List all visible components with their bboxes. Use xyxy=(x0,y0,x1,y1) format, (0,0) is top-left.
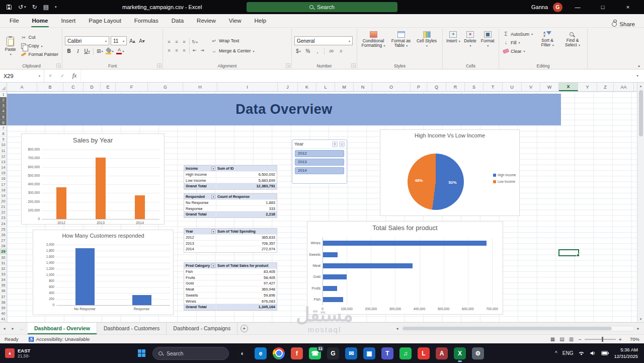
ribbon-tab-view[interactable]: View xyxy=(222,15,248,27)
row-header-1[interactable]: 1 xyxy=(0,92,7,97)
row-header-23[interactable]: 23 xyxy=(0,215,7,221)
font-dialog-launcher-icon[interactable]: ↘ xyxy=(157,63,162,68)
fill-button[interactable]: ↓Fill▾ xyxy=(502,38,534,47)
save-icon[interactable] xyxy=(6,4,12,10)
column-header-e[interactable]: E xyxy=(101,83,116,91)
row-header-19[interactable]: 19 xyxy=(0,193,7,198)
bar-gold[interactable] xyxy=(323,274,347,279)
minimize-button[interactable]: — xyxy=(568,0,588,14)
customize-quick-access-icon[interactable]: ▾ xyxy=(55,5,57,9)
clock[interactable]: 5:36 AM 12/31/2025 xyxy=(614,347,638,359)
zoom-level[interactable]: 70% xyxy=(626,336,639,342)
sheet-grid[interactable]: Data Overview Sales by Year800,000700,00… xyxy=(7,92,637,322)
row-header-28[interactable]: 28 xyxy=(0,243,7,249)
align-center-icon[interactable]: ≡ xyxy=(173,48,180,53)
row-header-21[interactable]: 21 xyxy=(0,204,7,209)
column-header-t[interactable]: T xyxy=(484,83,503,91)
ribbon-tab-home[interactable]: Home xyxy=(26,15,55,27)
orientation-icon[interactable]: ↻▾ xyxy=(191,39,198,44)
row-header-8[interactable]: 8 xyxy=(0,131,7,136)
column-header-h[interactable]: H xyxy=(183,83,217,91)
bar-sweets[interactable] xyxy=(323,252,338,257)
align-bottom-icon[interactable]: ≡ xyxy=(181,39,188,44)
align-left-icon[interactable]: ≡ xyxy=(166,48,173,53)
chart-total-sales-for-product[interactable]: Total Sales for product0100,000200,00030… xyxy=(307,221,503,315)
start-button[interactable] xyxy=(135,347,148,360)
row-header-30[interactable]: 30 xyxy=(0,255,7,260)
column-header-d[interactable]: D xyxy=(84,83,101,91)
align-right-icon[interactable]: ≡ xyxy=(181,48,188,53)
column-header-z[interactable]: Z xyxy=(597,83,614,91)
cancel-icon[interactable]: × xyxy=(44,73,56,79)
cell-styles-button[interactable]: Cell Styles ▾ xyxy=(415,30,438,48)
row-header-6[interactable]: 6 xyxy=(0,120,7,125)
wrap-text-button[interactable]: ↵Wrap Text xyxy=(210,37,240,45)
pivot-product-sales[interactable]: Prod Category▾Sum of Total Sales for pro… xyxy=(184,262,277,311)
row-header-12[interactable]: 12 xyxy=(0,154,7,159)
copy-button[interactable]: Copy▾ xyxy=(19,42,59,50)
row-header-35[interactable]: 35 xyxy=(0,282,7,288)
user-name[interactable]: Ganna xyxy=(531,4,548,10)
select-all-corner[interactable] xyxy=(0,83,7,92)
decrease-indent-icon[interactable]: ⇤ xyxy=(191,48,198,53)
scroll-right-icon[interactable]: ▸ xyxy=(634,326,642,331)
column-header-f[interactable]: F xyxy=(116,83,148,91)
fill-color-button[interactable]: ▾ xyxy=(105,47,114,55)
row-header-20[interactable]: 20 xyxy=(0,198,7,204)
zoom-out-icon[interactable]: − xyxy=(578,336,581,342)
edge-icon[interactable]: e xyxy=(255,347,267,359)
scroll-up-icon[interactable]: ▴ xyxy=(640,83,642,89)
underline-button[interactable]: U▾ xyxy=(83,47,91,55)
copilot-icon[interactable]: ◐ xyxy=(236,347,249,359)
office-icon[interactable]: ▦ xyxy=(363,347,375,359)
teams-icon[interactable]: T xyxy=(381,347,393,359)
selected-cell[interactable] xyxy=(558,249,579,256)
pivot-responded[interactable]: Responded▾Count of ResponseNo Response1,… xyxy=(184,193,277,218)
column-header-k[interactable]: K xyxy=(298,83,316,91)
row-header-36[interactable]: 36 xyxy=(0,288,7,294)
enter-icon[interactable]: ✓ xyxy=(56,73,68,79)
font-size-select[interactable]: 11▾ xyxy=(111,36,127,45)
slicer-item-2014[interactable]: 2014 xyxy=(295,167,344,174)
zoom-in-icon[interactable]: + xyxy=(619,336,622,342)
page-layout-view-icon[interactable]: ▤ xyxy=(559,336,564,342)
format-as-table-button[interactable]: Format as Table ▾ xyxy=(388,30,414,48)
column-header-a[interactable]: A xyxy=(7,83,37,91)
vertical-scroll-thumb[interactable] xyxy=(639,90,643,136)
delete-cells-button[interactable]: × Delete ▾ xyxy=(462,30,478,48)
column-header-u[interactable]: U xyxy=(503,83,522,91)
github-icon[interactable]: G xyxy=(327,347,339,359)
row-header-11[interactable]: 11 xyxy=(0,148,7,154)
filter-dropdown-icon[interactable]: ▾ xyxy=(211,230,215,234)
bold-button[interactable]: B xyxy=(65,47,73,55)
number-dialog-launcher-icon[interactable]: ↘ xyxy=(351,63,356,68)
normal-view-icon[interactable]: ▦ xyxy=(550,336,555,342)
format-cells-button[interactable]: ▦ Format ▾ xyxy=(479,30,496,48)
scroll-down-icon[interactable]: ▾ xyxy=(640,316,642,322)
row-header-10[interactable]: 10 xyxy=(0,142,7,148)
align-top-icon[interactable]: ≡ xyxy=(166,39,173,44)
number-format-select[interactable]: General▾ xyxy=(294,36,353,45)
formula-bar-expand-icon[interactable]: ▾ xyxy=(631,74,644,78)
ribbon-tab-data[interactable]: Data xyxy=(165,15,190,27)
column-header-b[interactable]: B xyxy=(37,83,63,91)
spotify-icon[interactable]: ♫ xyxy=(399,347,412,359)
row-header-17[interactable]: 17 xyxy=(0,182,7,187)
align-middle-icon[interactable]: ≡ xyxy=(173,39,180,44)
slicer-multiselect-icon[interactable]: ≡ xyxy=(332,141,338,147)
bar-wines[interactable] xyxy=(323,241,487,246)
close-button[interactable]: × xyxy=(618,0,638,14)
column-header-s[interactable]: S xyxy=(465,83,484,91)
italic-button[interactable]: I xyxy=(74,47,82,55)
row-header-27[interactable]: 27 xyxy=(0,238,7,243)
row-header-4[interactable]: 4 xyxy=(0,108,7,114)
row-header-33[interactable]: 33 xyxy=(0,271,7,277)
column-header-n[interactable]: N xyxy=(354,83,372,91)
sheet-nav-left-icon[interactable]: ◂ xyxy=(0,323,9,334)
firefox-icon[interactable]: f xyxy=(291,347,303,359)
decrease-font-size-icon[interactable]: A▾ xyxy=(138,37,146,45)
bar-2014[interactable] xyxy=(135,195,145,219)
formula-input[interactable] xyxy=(80,69,631,82)
sheet-nav-right-icon[interactable]: ▸ xyxy=(9,323,17,334)
zoom-slider-thumb[interactable] xyxy=(602,337,603,342)
